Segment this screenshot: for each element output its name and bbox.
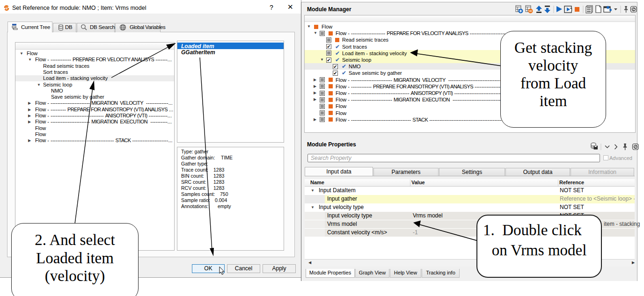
svg-text:g: g xyxy=(6,7,7,9)
